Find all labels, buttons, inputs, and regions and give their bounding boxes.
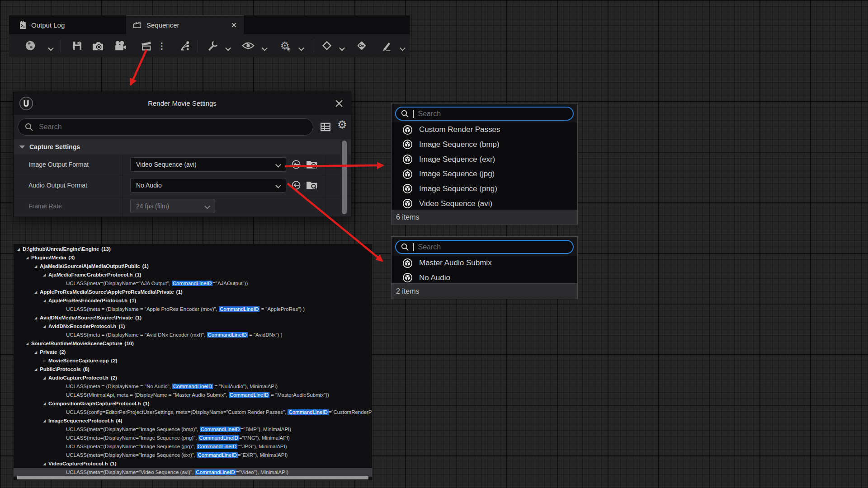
find-camera-icon[interactable]	[91, 39, 104, 52]
class-cube-icon	[402, 169, 413, 179]
tree-row[interactable]: ◢AudioCaptureProtocol.h(2)	[14, 374, 372, 382]
expanded-triangle-icon[interactable]: ◢	[26, 339, 31, 348]
tree-row[interactable]: ◢Public\Protocols(8)	[14, 365, 372, 374]
world-icon[interactable]	[24, 39, 37, 52]
tree-row[interactable]: UCLASS(meta=(DisplayName="Image Sequence…	[14, 442, 372, 451]
tree-row[interactable]: ◢Plugins\Media(3)	[14, 253, 372, 262]
use-selected-icon[interactable]	[291, 159, 302, 170]
expanded-triangle-icon[interactable]: ◢	[17, 245, 23, 253]
save-icon[interactable]	[71, 39, 84, 52]
eye-dropdown-chevron-icon[interactable]	[263, 44, 267, 52]
eye-icon[interactable]	[242, 39, 255, 52]
dialog-scrollbar[interactable]	[340, 139, 348, 216]
keyframe-diamond-icon[interactable]	[321, 39, 333, 52]
collapsed-triangle-icon[interactable]: ▷	[43, 357, 48, 365]
tree-row[interactable]: UCLASS(meta=(DisplayName="Image Sequence…	[14, 451, 372, 460]
browse-folder-icon[interactable]	[306, 180, 318, 190]
world-dropdown-chevron-icon[interactable]	[49, 44, 53, 52]
tab-sequencer[interactable]: Sequencer	[126, 15, 244, 34]
match-count: (1)	[174, 289, 183, 295]
popup-search-input[interactable]	[417, 243, 569, 252]
sequencer-toolbar: ⋮ ⚙	[9, 34, 410, 57]
tree-row[interactable]: ◢CompositionGraphCaptureProtocol.h(1)	[14, 399, 372, 408]
match-count: (10)	[122, 341, 133, 346]
list-item[interactable]: Master Audio Submix	[392, 256, 577, 271]
tree-row[interactable]: ◢AvidDNxEncoderProtocol.h(1)	[14, 322, 372, 331]
dialog-search-input[interactable]	[38, 122, 307, 131]
tree-row[interactable]: ▷MovieSceneCapture.cpp(2)	[14, 357, 372, 365]
tree-row[interactable]: UCLASS(meta=(DisplayName="Image Sequence…	[14, 425, 372, 434]
expanded-triangle-icon[interactable]: ◢	[34, 262, 40, 271]
expanded-triangle-icon[interactable]: ◢	[34, 365, 40, 374]
popup-search-input[interactable]	[417, 109, 569, 118]
popup-search-box[interactable]	[395, 107, 574, 121]
gear-cursor-icon[interactable]: ⚙	[278, 39, 291, 52]
expanded-triangle-icon[interactable]: ◢	[43, 271, 48, 279]
tree-row[interactable]: ◢Private(2)	[14, 348, 372, 357]
match-count: (2)	[109, 358, 118, 363]
auto-key-icon[interactable]	[355, 39, 368, 52]
popup-search-box[interactable]	[395, 240, 574, 254]
tree-row[interactable]: UCLASS(meta = (DisplayName = "Avid DNx E…	[14, 331, 372, 339]
list-item[interactable]: Image Sequence (bmp)	[392, 137, 577, 152]
expanded-triangle-icon[interactable]: ◢	[26, 253, 31, 262]
dialog-search-box[interactable]	[18, 118, 313, 136]
list-item[interactable]: Custom Render Passes	[392, 122, 577, 137]
expanded-triangle-icon[interactable]: ◢	[43, 374, 48, 382]
dialog-close-icon[interactable]	[334, 98, 344, 109]
gear-cursor-dropdown-chevron-icon[interactable]	[299, 44, 303, 52]
pen-dropdown-chevron-icon[interactable]	[401, 44, 405, 52]
movie-camera-icon[interactable]	[113, 39, 126, 52]
expanded-triangle-icon[interactable]: ◢	[43, 417, 48, 425]
node-graph-icon[interactable]	[179, 39, 191, 52]
curves-pen-icon[interactable]	[380, 39, 393, 52]
keyframe-dropdown-chevron-icon[interactable]	[340, 44, 344, 52]
tree-row[interactable]: ◢AjaMediaFrameGrabberProtocol.h(1)	[14, 271, 372, 279]
tree-row[interactable]: UCLASS(meta=(DisplayName="AJA Output", C…	[14, 279, 372, 288]
list-item[interactable]: Image Sequence (jpg)	[392, 167, 577, 182]
expanded-triangle-icon[interactable]: ◢	[43, 399, 48, 408]
list-item[interactable]: Image Sequence (exr)	[392, 152, 577, 167]
list-item[interactable]: Image Sequence (png)	[392, 182, 577, 197]
scrollbar-thumb[interactable]	[342, 141, 347, 214]
horizontal-scrollbar[interactable]	[17, 476, 368, 479]
expanded-triangle-icon[interactable]: ◢	[34, 348, 40, 357]
tree-row[interactable]: UCLASS(meta = (DisplayName = "Apple ProR…	[14, 305, 372, 314]
tree-row[interactable]: ◢AvidDNxMedia\Source\Source\Private(1)	[14, 314, 372, 322]
dropdown[interactable]: No Audio	[130, 178, 286, 192]
expanded-triangle-icon[interactable]: ◢	[43, 460, 48, 468]
expanded-triangle-icon[interactable]: ◢	[34, 314, 40, 322]
render-movie-clapperboard-icon[interactable]	[140, 39, 152, 52]
wrench-icon[interactable]	[206, 39, 219, 52]
settings-gear-icon[interactable]: ⚙	[337, 119, 347, 130]
tree-row[interactable]: ◢AppleProResEncoderProtocol.h(1)	[14, 296, 372, 305]
list-item[interactable]: Video Sequence (avi)	[392, 196, 577, 211]
tree-row[interactable]: UCLASS(meta=(DisplayName="Image Sequence…	[14, 434, 372, 442]
tree-row[interactable]: ◢VideoCaptureProtocol.h(1)	[14, 460, 372, 468]
highlighted-match: CommandLineID	[197, 452, 237, 458]
use-selected-icon[interactable]	[291, 180, 302, 191]
tree-row[interactable]: UCLASS(meta = (DisplayName = "No Audio",…	[14, 382, 372, 391]
expanded-triangle-icon[interactable]: ◢	[43, 322, 48, 331]
wrench-dropdown-chevron-icon[interactable]	[226, 44, 230, 52]
tree-row[interactable]: ◢AppleProResMedia\Source\AppleProResMedi…	[14, 288, 372, 296]
browse-folder-icon[interactable]	[306, 159, 318, 169]
tree-row[interactable]: ◢AjaMedia\Source\AjaMediaOutput\Public(1…	[14, 262, 372, 271]
tab-close-icon[interactable]	[230, 22, 237, 29]
dropdown[interactable]: Video Sequence (avi)	[130, 157, 286, 172]
tree-row[interactable]: ◢ImageSequenceProtocol.h(4)	[14, 417, 372, 425]
expand-triangle-icon	[19, 145, 25, 149]
overflow-dots-icon[interactable]: ⋮	[159, 39, 165, 52]
match-count: (1)	[108, 461, 116, 466]
tree-row[interactable]: ◢Source\Runtime\MovieSceneCapture(10)	[14, 339, 372, 348]
tab-output-log[interactable]: Output Log	[13, 15, 117, 34]
tree-row[interactable]: UCLASS(MinimalApi, meta = (DisplayName =…	[14, 391, 372, 399]
tree-row[interactable]: ◢D:\github\UnrealEngine\Engine(13)	[14, 245, 372, 253]
capture-settings-header[interactable]: Capture Settings	[14, 139, 351, 155]
expanded-triangle-icon[interactable]: ◢	[43, 296, 48, 305]
tree-row[interactable]: UCLASS(config=EditorPerProjectUserSettin…	[14, 408, 372, 417]
expanded-triangle-icon[interactable]: ◢	[34, 288, 40, 296]
dialog-title-bar[interactable]: Render Movie Settings	[14, 92, 351, 115]
image-format-popup: Custom Render Passes Image Sequence (bmp…	[391, 103, 578, 225]
settings-grid-icon[interactable]	[320, 122, 331, 132]
